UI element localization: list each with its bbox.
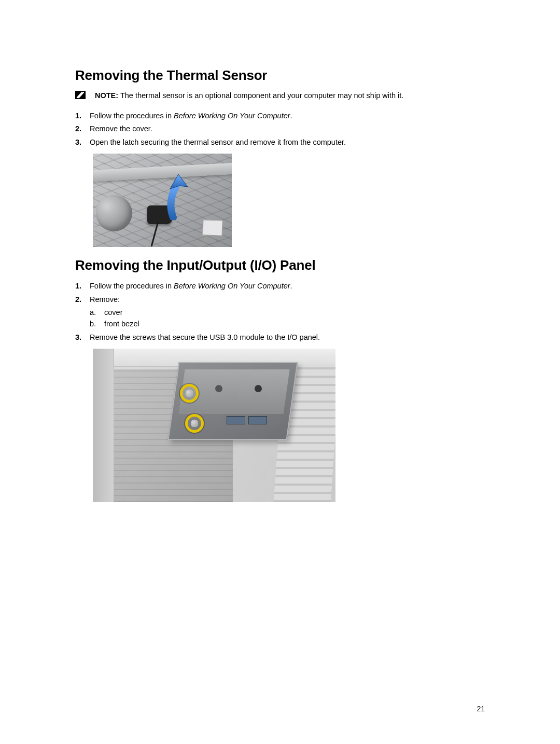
sub-steps: cover front bezel bbox=[90, 307, 485, 330]
note-callout: NOTE: The thermal sensor is an optional … bbox=[75, 91, 485, 101]
page-number: 21 bbox=[477, 705, 485, 713]
figure-thermal-sensor bbox=[93, 154, 485, 247]
step-item: Follow the procedures in Before Working … bbox=[75, 111, 485, 122]
sub-step-text: front bezel bbox=[104, 320, 139, 328]
step-text: Follow the procedures in bbox=[90, 112, 174, 120]
steps-list-thermal: Follow the procedures in Before Working … bbox=[75, 111, 485, 148]
illustration-thermal-sensor bbox=[93, 154, 232, 247]
step-text-tail: . bbox=[290, 112, 292, 120]
step-text-tail: . bbox=[290, 282, 292, 290]
step-item: Remove: cover front bezel bbox=[75, 294, 485, 330]
step-text: Remove: bbox=[90, 295, 120, 304]
note-icon bbox=[75, 91, 86, 99]
step-item: Follow the procedures in Before Working … bbox=[75, 281, 485, 292]
section-heading-io-panel: Removing the Input/Output (I/O) Panel bbox=[75, 257, 485, 273]
arrow-up-icon bbox=[158, 173, 194, 220]
step-text: Open the latch securing the thermal sens… bbox=[90, 138, 346, 146]
step-text: Remove the screws that secure the USB 3.… bbox=[90, 333, 320, 341]
illustration-io-panel bbox=[93, 349, 335, 502]
section-heading-thermal-sensor: Removing the Thermal Sensor bbox=[75, 67, 485, 84]
sub-step-item: cover bbox=[90, 307, 485, 319]
step-text: Follow the procedures in bbox=[90, 282, 174, 290]
document-page: Removing the Thermal Sensor NOTE: The th… bbox=[0, 0, 560, 744]
step-emphasis: Before Working On Your Computer bbox=[174, 282, 290, 290]
screw-highlight-icon bbox=[180, 384, 199, 403]
sub-step-text: cover bbox=[104, 308, 122, 316]
figure-io-panel bbox=[93, 349, 485, 502]
note-text: NOTE: The thermal sensor is an optional … bbox=[95, 91, 403, 101]
steps-list-io: Follow the procedures in Before Working … bbox=[75, 281, 485, 343]
step-item: Remove the cover. bbox=[75, 123, 485, 135]
step-text: Remove the cover. bbox=[90, 125, 152, 133]
screw-highlight-icon bbox=[185, 414, 204, 433]
step-item: Remove the screws that secure the USB 3.… bbox=[75, 332, 485, 343]
step-item: Open the latch securing the thermal sens… bbox=[75, 137, 485, 148]
sub-step-item: front bezel bbox=[90, 319, 485, 330]
note-label: NOTE: bbox=[95, 91, 118, 100]
note-body: The thermal sensor is an optional compon… bbox=[118, 91, 403, 100]
step-emphasis: Before Working On Your Computer bbox=[174, 112, 290, 120]
